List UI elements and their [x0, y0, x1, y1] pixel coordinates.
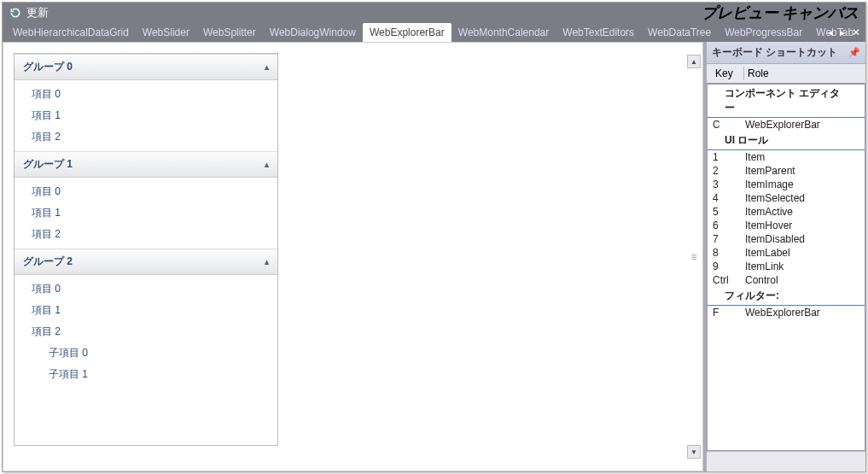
- group-item[interactable]: 子項目 1: [15, 364, 277, 385]
- shortcut-row[interactable]: CtrlControl: [708, 273, 865, 287]
- side-header: キーボード ショートカット 📌: [707, 42, 865, 64]
- shortcut-row[interactable]: 7ItemDisabled: [708, 232, 865, 246]
- shortcut-row[interactable]: 1Item: [708, 150, 865, 164]
- side-column-headers: Key Role: [707, 64, 865, 84]
- shortcut-row[interactable]: 4ItemSelected: [708, 191, 865, 205]
- shortcut-key: C: [713, 119, 745, 131]
- shortcut-key: 6: [713, 219, 745, 231]
- vertical-scrollbar: ▲ ≡ ▼: [687, 55, 701, 459]
- group-item[interactable]: 項目 1: [15, 202, 277, 224]
- shortcut-key: Ctrl: [713, 274, 745, 286]
- group-items-0: 項目 0項目 1項目 2: [15, 80, 277, 151]
- shortcut-role: ItemActive: [745, 206, 859, 218]
- shortcut-key: 7: [713, 233, 745, 245]
- group-item[interactable]: 項目 2: [15, 321, 277, 342]
- tab-nav-right-icon[interactable]: ▸: [838, 26, 847, 38]
- tab-close-icon[interactable]: ✕: [850, 26, 862, 38]
- shortcut-row[interactable]: 5ItemActive: [708, 205, 865, 219]
- side-header-label: キーボード ショートカット: [712, 45, 837, 60]
- shortcut-row[interactable]: 6ItemHover: [708, 219, 865, 232]
- group-items-1: 項目 0項目 1項目 2: [15, 178, 277, 249]
- titlebar: 更新 プレビュー キャンバス: [3, 3, 865, 23]
- group-item[interactable]: 項目 1: [15, 105, 277, 126]
- shortcut-row[interactable]: 8ItemLabel: [708, 246, 865, 260]
- scroll-grip-icon[interactable]: ≡: [687, 68, 701, 445]
- section-label: フィルター:: [708, 287, 865, 306]
- chevron-up-icon: ▴: [265, 257, 269, 266]
- pin-icon[interactable]: 📌: [848, 47, 860, 58]
- col-header-role[interactable]: Role: [744, 67, 772, 80]
- section-label: UI ロール: [708, 132, 865, 150]
- col-header-key[interactable]: Key: [712, 67, 744, 80]
- group-item[interactable]: 項目 1: [15, 300, 277, 321]
- tab-webprogressbar[interactable]: WebProgressBar: [718, 23, 809, 42]
- shortcut-role: ItemParent: [745, 165, 859, 177]
- shortcut-role: ItemDisabled: [745, 233, 859, 245]
- shortcut-role: ItemSelected: [745, 192, 859, 204]
- chevron-up-icon: ▴: [265, 62, 269, 72]
- scroll-down-button[interactable]: ▼: [687, 445, 701, 459]
- shortcut-key: F: [713, 307, 745, 319]
- section-label: コンポーネント エディター: [708, 85, 865, 118]
- group-label: グループ 1: [23, 157, 73, 172]
- group-header-1[interactable]: グループ 1▴: [15, 151, 277, 178]
- group-label: グループ 0: [23, 60, 73, 74]
- shortcut-role: ItemImage: [745, 178, 859, 190]
- tab-nav-left-icon[interactable]: ◂: [826, 26, 835, 38]
- scroll-up-button[interactable]: ▲: [687, 55, 701, 68]
- shortcut-key: 8: [713, 247, 745, 259]
- shortcut-row[interactable]: 3ItemImage: [708, 178, 865, 191]
- group-item[interactable]: 項目 2: [15, 224, 277, 245]
- side-content: コンポーネント エディターCWebExplorerBarUI ロール1Item2…: [707, 84, 865, 451]
- shortcut-role: Control: [745, 274, 859, 286]
- refresh-label[interactable]: 更新: [26, 5, 49, 20]
- shortcut-role: WebExplorerBar: [745, 307, 859, 319]
- refresh-icon[interactable]: [9, 7, 21, 19]
- group-item[interactable]: 項目 0: [15, 278, 277, 300]
- tab-webdialogwindow[interactable]: WebDialogWindow: [263, 23, 363, 42]
- tab-websplitter[interactable]: WebSplitter: [196, 23, 263, 42]
- shortcut-role: Item: [745, 151, 859, 163]
- group-item[interactable]: 項目 2: [15, 126, 277, 148]
- shortcut-key: 9: [713, 260, 745, 272]
- shortcut-row[interactable]: CWebExplorerBar: [708, 118, 865, 132]
- tab-webhierarchicaldatagrid[interactable]: WebHierarchicalDataGrid: [6, 23, 136, 42]
- shortcut-role: ItemHover: [745, 219, 859, 231]
- tab-strip: WebHierarchicalDataGridWebSliderWebSplit…: [3, 23, 865, 42]
- body-split: グループ 0▴項目 0項目 1項目 2グループ 1▴項目 0項目 1項目 2グル…: [3, 42, 865, 471]
- shortcut-row[interactable]: 2ItemParent: [708, 164, 865, 178]
- group-item[interactable]: 項目 0: [15, 181, 277, 202]
- shortcut-key: 1: [713, 151, 745, 163]
- shortcut-key: 4: [713, 192, 745, 204]
- group-item[interactable]: 項目 0: [15, 84, 277, 105]
- tab-webexplorerbar[interactable]: WebExplorerBar: [363, 23, 451, 42]
- shortcut-role: WebExplorerBar: [745, 119, 859, 131]
- app-frame: 更新 プレビュー キャンバス WebHierarchicalDataGridWe…: [2, 2, 866, 472]
- tab-webmonthcalendar[interactable]: WebMonthCalendar: [451, 23, 556, 42]
- tab-controls: ◂ ▸ ✕: [826, 23, 862, 42]
- group-items-2: 項目 0項目 1項目 2子項目 0子項目 1: [15, 275, 277, 389]
- group-label: グループ 2: [23, 255, 73, 269]
- group-item[interactable]: 子項目 0: [15, 342, 277, 364]
- tab-webdatatree[interactable]: WebDataTree: [641, 23, 718, 42]
- main-canvas: グループ 0▴項目 0項目 1項目 2グループ 1▴項目 0項目 1項目 2グル…: [3, 42, 703, 471]
- shortcut-key: 2: [713, 165, 745, 177]
- side-footer: [707, 451, 865, 471]
- web-explorer-bar: グループ 0▴項目 0項目 1項目 2グループ 1▴項目 0項目 1項目 2グル…: [14, 53, 278, 446]
- tab-webslider[interactable]: WebSlider: [136, 23, 196, 42]
- shortcut-key: 5: [713, 206, 745, 218]
- shortcut-role: ItemLabel: [745, 247, 859, 259]
- side-panel: キーボード ショートカット 📌 Key Role コンポーネント エディターCW…: [703, 42, 865, 471]
- group-header-2[interactable]: グループ 2▴: [15, 249, 277, 275]
- shortcut-role: ItemLink: [745, 260, 859, 272]
- chevron-up-icon: ▴: [265, 160, 269, 169]
- tab-webtexteditors[interactable]: WebTextEditors: [556, 23, 641, 42]
- shortcut-key: 3: [713, 178, 745, 190]
- shortcut-row[interactable]: 9ItemLink: [708, 260, 865, 273]
- shortcut-row[interactable]: FWebExplorerBar: [708, 306, 865, 319]
- group-header-0[interactable]: グループ 0▴: [15, 54, 277, 80]
- preview-canvas-label: プレビュー キャンバス: [702, 3, 859, 23]
